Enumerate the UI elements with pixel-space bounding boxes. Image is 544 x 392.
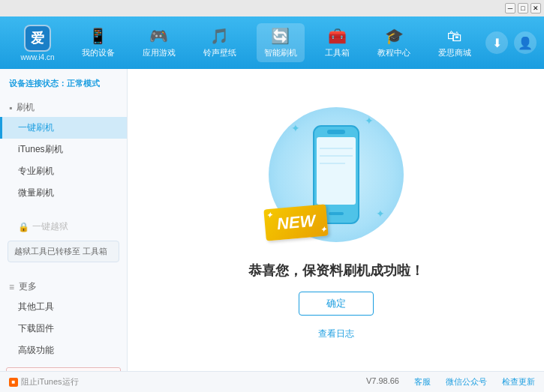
version-label: V7.98.66: [366, 376, 399, 388]
user-button[interactable]: 👤: [514, 31, 536, 54]
nav-apps-games[interactable]: 🎮 应用游戏: [135, 23, 183, 62]
nav-my-device[interactable]: 📱 我的设备: [74, 23, 122, 62]
header-right: ⬇ 👤: [485, 31, 536, 54]
mall-icon: 🛍: [447, 28, 462, 45]
success-area: ✦ ✦ ✦: [248, 100, 424, 340]
minimize-btn[interactable]: ─: [505, 3, 515, 13]
logo-icon: 爱: [24, 25, 51, 52]
sidebar-other-tools[interactable]: 其他工具: [0, 296, 127, 318]
logo[interactable]: 爱 www.i4.cn: [8, 25, 68, 61]
nav-smart-flash[interactable]: 🔄 智能刷机: [257, 23, 305, 62]
status-label: 设备连接状态：: [9, 79, 67, 88]
nav-smart-flash-label: 智能刷机: [264, 47, 297, 58]
nav-my-device-label: 我的设备: [82, 47, 115, 58]
title-bar: ─ □ ✕: [0, 0, 544, 16]
flash-section: ▪ 刷机 一键刷机 iTunes刷机 专业刷机 微量刷机: [0, 95, 127, 207]
sidebar-download-firmware[interactable]: 下载固件: [0, 318, 127, 340]
stop-itunes-label: 阻止iTunes运行: [21, 376, 79, 388]
nav-tutorials-label: 教程中心: [377, 47, 410, 58]
stop-itunes-button[interactable]: ■ 阻止iTunes运行: [9, 376, 79, 388]
svg-rect-5: [329, 212, 344, 215]
header: 爱 www.i4.cn 📱 我的设备 🎮 应用游戏 🎵 铃声壁纸 🔄 智能刷机 …: [0, 16, 544, 69]
flash-section-title: ▪ 刷机: [0, 98, 127, 117]
main-area: 设备连接状态：正常模式 ▪ 刷机 一键刷机 iTunes刷机 专业刷机 微量刷机…: [0, 69, 544, 371]
customer-service-link[interactable]: 客服: [414, 376, 431, 388]
flash-section-icon: ▪: [9, 103, 12, 113]
check-update-link[interactable]: 检查更新: [502, 376, 535, 388]
my-device-icon: 📱: [89, 27, 107, 45]
smart-flash-icon: 🔄: [271, 27, 290, 45]
success-message: 恭喜您，保资料刷机成功啦！: [248, 262, 424, 280]
sidebar-itunes-flash[interactable]: iTunes刷机: [0, 139, 127, 160]
tutorials-icon: 🎓: [385, 27, 404, 45]
apps-games-icon: 🎮: [149, 27, 168, 45]
more-section-title: ≡ 更多: [0, 277, 127, 296]
lock-icon: 🔒: [18, 222, 29, 232]
new-badge: NEW: [263, 204, 329, 241]
footer: ■ 阻止iTunes运行 V7.98.66 客服 微信公众号 检查更新: [0, 371, 544, 392]
nav-mall-label: 爱思商城: [438, 47, 471, 58]
footer-right: V7.98.66 客服 微信公众号 检查更新: [366, 376, 535, 388]
close-btn[interactable]: ✕: [530, 3, 541, 13]
sidebar-wipe-flash[interactable]: 微量刷机: [0, 182, 127, 204]
more-section: ≡ 更多 其他工具 下载固件 高级功能: [0, 274, 127, 364]
sidebar-one-key-flash[interactable]: 一键刷机: [0, 117, 127, 139]
jailbreak-info: 越狱工具已转移至 工具箱: [8, 241, 119, 262]
nav-mall[interactable]: 🛍 爱思商城: [431, 24, 479, 62]
sidebar-pro-flash[interactable]: 专业刷机: [0, 160, 127, 182]
nav-toolbox[interactable]: 🧰 工具箱: [317, 23, 357, 62]
maximize-btn[interactable]: □: [518, 3, 528, 13]
content-area: ✦ ✦ ✦: [128, 69, 544, 371]
wechat-link[interactable]: 微信公众号: [446, 376, 487, 388]
nav-ringtones-label: 铃声壁纸: [203, 47, 236, 58]
sparkle-icon-3: ✦: [376, 208, 385, 220]
nav-bar: 📱 我的设备 🎮 应用游戏 🎵 铃声壁纸 🔄 智能刷机 🧰 工具箱 🎓 教程中心…: [68, 23, 485, 62]
view-log-link[interactable]: 查看日志: [318, 328, 354, 340]
jailbreak-label: 一键越狱: [32, 220, 68, 233]
sidebar: 设备连接状态：正常模式 ▪ 刷机 一键刷机 iTunes刷机 专业刷机 微量刷机…: [0, 69, 128, 371]
footer-left: ■ 阻止iTunes运行: [9, 376, 366, 388]
checkboxes-row: ✓ 自动恢复 ✓ 跳过向导: [6, 367, 121, 371]
connection-status: 设备连接状态：正常模式: [0, 75, 127, 95]
stop-icon: ■: [9, 378, 18, 387]
download-button[interactable]: ⬇: [485, 31, 508, 54]
svg-rect-6: [327, 130, 345, 134]
jailbreak-title: 🔒 一键越狱: [0, 216, 127, 238]
nav-ringtones[interactable]: 🎵 铃声壁纸: [196, 23, 244, 62]
more-section-label: 更多: [19, 280, 37, 293]
status-value: 正常模式: [67, 79, 100, 88]
nav-toolbox-label: 工具箱: [325, 47, 350, 58]
nav-apps-games-label: 应用游戏: [143, 47, 176, 58]
jailbreak-section: 🔒 一键越狱 越狱工具已转移至 工具箱: [0, 213, 127, 268]
confirm-button[interactable]: 确定: [299, 292, 374, 316]
logo-url: www.i4.cn: [20, 53, 54, 61]
flash-section-label: 刷机: [17, 101, 35, 114]
toolbox-icon: 🧰: [328, 27, 347, 45]
sidebar-advanced[interactable]: 高级功能: [0, 340, 127, 361]
ringtones-icon: 🎵: [210, 27, 229, 45]
nav-tutorials[interactable]: 🎓 教程中心: [370, 23, 418, 62]
sparkle-icon-1: ✦: [291, 122, 300, 134]
phone-illustration: ✦ ✦ ✦: [261, 100, 411, 250]
more-section-icon: ≡: [9, 282, 14, 292]
svg-rect-1: [317, 137, 356, 205]
